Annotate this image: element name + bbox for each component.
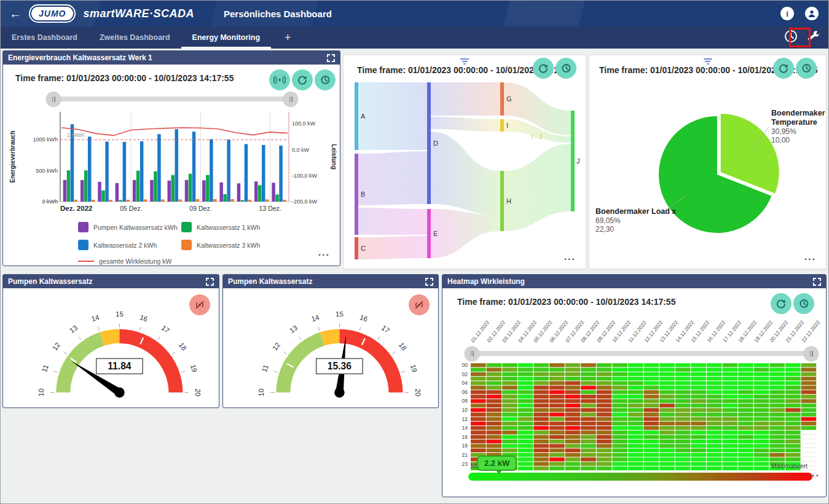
heatmap-cell[interactable] [738, 444, 753, 447]
heatmap-cell[interactable] [518, 363, 533, 367]
heatmap-cell[interactable] [565, 435, 581, 439]
heatmap-cell[interactable] [502, 435, 517, 439]
heatmap-cell[interactable] [723, 408, 738, 412]
heatmap-cell[interactable] [644, 399, 659, 403]
heatmap-cell[interactable] [691, 457, 706, 461]
heatmap-cell[interactable] [707, 372, 722, 376]
heatmap-cell[interactable] [723, 426, 738, 430]
heatmap-cell[interactable] [581, 439, 596, 443]
heatmap-cell[interactable] [754, 381, 769, 385]
heatmap-cell[interactable] [801, 422, 817, 425]
heatmap-cell[interactable] [565, 404, 581, 408]
heatmap-cell[interactable] [723, 462, 738, 466]
heatmap-cell[interactable] [769, 404, 785, 408]
heatmap-cell[interactable] [723, 390, 738, 394]
heatmap-cell[interactable] [754, 399, 769, 403]
heatmap-cell[interactable] [612, 449, 627, 452]
heatmap-cell[interactable] [612, 467, 627, 470]
heatmap-cell[interactable] [659, 449, 675, 452]
heatmap-cell[interactable] [644, 435, 659, 439]
heatmap-cell[interactable] [549, 417, 565, 421]
heatmap-cell[interactable] [565, 408, 581, 412]
heatmap-cell[interactable] [628, 426, 643, 430]
heatmap-cell[interactable] [691, 453, 706, 457]
heatmap-cell[interactable] [612, 363, 627, 367]
heatmap-cell[interactable] [502, 408, 517, 412]
heatmap-cell[interactable] [707, 386, 722, 390]
heatmap-cell[interactable] [691, 372, 706, 376]
heatmap-cell[interactable] [487, 408, 502, 412]
heatmap-cell[interactable] [487, 422, 502, 425]
heatmap-cell[interactable] [785, 435, 801, 439]
heatmap-cell[interactable] [565, 462, 581, 466]
heatmap-cell[interactable] [785, 422, 801, 425]
heatmap-cell[interactable] [549, 377, 565, 380]
heatmap-cell[interactable] [738, 372, 753, 376]
heatmap-cell[interactable] [549, 439, 565, 443]
heatmap-cell[interactable] [644, 377, 659, 380]
heatmap-cell[interactable] [675, 467, 691, 470]
heatmap-cell[interactable] [518, 444, 533, 447]
heatmap-cell[interactable] [644, 439, 659, 443]
heatmap-cell[interactable] [518, 377, 533, 380]
heatmap-cell[interactable] [801, 368, 817, 371]
heatmap-cell[interactable] [487, 381, 502, 385]
heatmap-cell[interactable] [565, 372, 581, 376]
heatmap-cell[interactable] [754, 408, 769, 412]
refresh-button[interactable] [292, 69, 313, 90]
heatmap-cell[interactable] [487, 444, 502, 447]
heatmap-cell[interactable] [707, 426, 722, 430]
heatmap-cell[interactable] [801, 381, 817, 385]
heatmap-cell[interactable] [487, 404, 502, 408]
heatmap-cell[interactable] [533, 457, 549, 461]
heatmap-cell[interactable] [738, 435, 753, 439]
heatmap-cell[interactable] [785, 372, 801, 376]
heatmap-cell[interactable] [769, 453, 785, 457]
heatmap-cell[interactable] [471, 439, 486, 443]
heatmap-cell[interactable] [785, 363, 801, 367]
heatmap-cell[interactable] [707, 390, 722, 394]
heatmap-cell[interactable] [769, 386, 785, 390]
heatmap-cell[interactable] [502, 377, 517, 380]
heatmap-cell[interactable] [518, 390, 533, 394]
fullscreen-icon[interactable] [206, 278, 214, 286]
heatmap-cell[interactable] [533, 462, 549, 466]
user-icon[interactable] [805, 7, 819, 20]
heatmap-cell[interactable] [754, 368, 769, 371]
heatmap-cell[interactable] [769, 444, 785, 447]
heatmap-cell[interactable] [518, 408, 533, 412]
heatmap-cell[interactable] [675, 399, 691, 403]
heatmap-cell[interactable] [565, 368, 581, 371]
heatmap-cell[interactable] [754, 439, 769, 443]
heatmap-cell[interactable] [487, 386, 502, 390]
heatmap-cell[interactable] [675, 390, 691, 394]
heatmap-cell[interactable] [628, 372, 643, 376]
heatmap-cell[interactable] [659, 467, 675, 470]
panel-menu-dots[interactable]: ... [804, 251, 816, 262]
heatmap-cell[interactable] [691, 408, 706, 412]
heatmap-cell[interactable] [581, 444, 596, 447]
heatmap-cell[interactable] [612, 399, 627, 403]
heatmap-cell[interactable] [487, 449, 502, 452]
heatmap-cell[interactable] [533, 363, 549, 367]
heatmap-cell[interactable] [659, 444, 675, 447]
heatmap-cell[interactable] [533, 453, 549, 457]
heatmap-cell[interactable] [549, 381, 565, 385]
heatmap-cell[interactable] [769, 363, 785, 367]
heatmap-cell[interactable] [769, 449, 785, 452]
panel-menu-dots[interactable]: ... [564, 251, 576, 262]
heatmap-cell[interactable] [628, 462, 643, 466]
heatmap-cell[interactable] [691, 395, 706, 398]
heatmap-cell[interactable] [612, 386, 627, 390]
heatmap-cell[interactable] [691, 377, 706, 380]
heatmap-cell[interactable] [471, 381, 486, 385]
heatmap-cell[interactable] [565, 422, 581, 425]
heatmap-cell[interactable] [644, 386, 659, 390]
heatmap-cell[interactable] [707, 404, 722, 408]
panel-menu-dots[interactable]: ... [808, 468, 820, 479]
heatmap-cell[interactable] [801, 390, 817, 394]
heatmap-cell[interactable] [487, 372, 502, 376]
heatmap-cell[interactable] [487, 399, 502, 403]
heatmap-cell[interactable] [581, 399, 596, 403]
heatmap-cell[interactable] [597, 395, 612, 398]
